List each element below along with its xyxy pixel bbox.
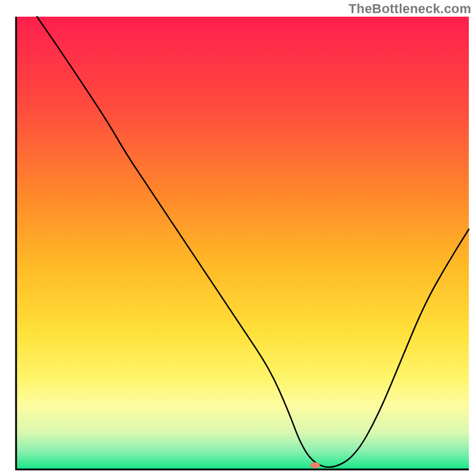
valley-marker: [311, 462, 320, 468]
bottleneck-chart: TheBottleneck.com: [0, 0, 476, 476]
plot-background: [17, 17, 469, 469]
chart-svg: [0, 0, 476, 476]
